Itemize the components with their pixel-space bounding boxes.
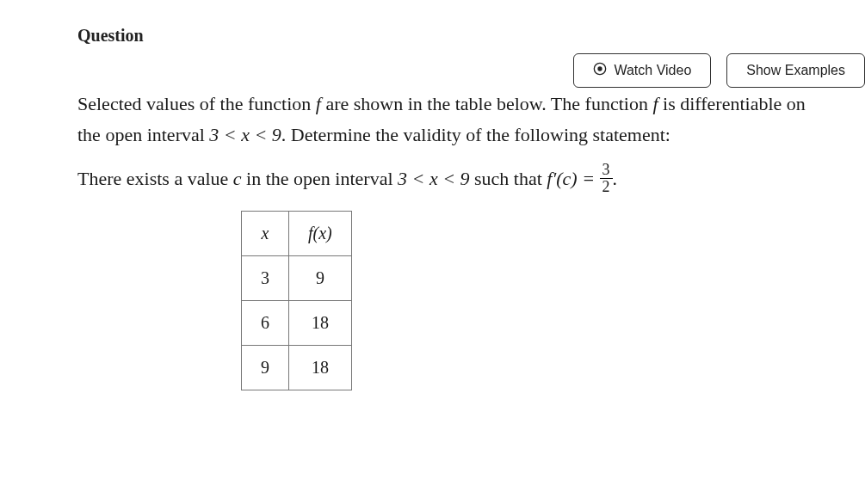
problem-paragraph-1: Selected values of the function f are sh…: [77, 89, 822, 151]
header-row: Question: [77, 26, 822, 46]
svg-point-1: [598, 67, 602, 71]
table-header-x: x: [242, 211, 289, 255]
text-segment: in the open interval: [242, 168, 398, 189]
table-cell-fx: 9: [289, 255, 352, 300]
table-cell-fx: 18: [289, 345, 352, 390]
question-label: Question: [77, 26, 144, 46]
table-cell-x: 9: [242, 345, 289, 390]
text-segment: such that: [470, 168, 547, 189]
math-interval: 3 < x < 9: [209, 124, 281, 145]
text-segment: .: [613, 168, 618, 189]
question-page: Question Watch Video Show Examples Selec…: [0, 0, 865, 504]
problem-text: Selected values of the function f are sh…: [77, 89, 822, 390]
text-segment: Selected values of the function: [77, 93, 316, 114]
function-values-table: x f(x) 3 9 6 18 9 18: [241, 211, 352, 390]
show-examples-button[interactable]: Show Examples: [726, 53, 865, 88]
table-row: 9 18: [242, 345, 352, 390]
table-cell-x: 6: [242, 300, 289, 345]
fraction-denominator: 2: [600, 179, 613, 195]
math-c: c: [233, 168, 242, 189]
text-segment: . Determine the validity of the followin…: [281, 124, 670, 145]
table-header-row: x f(x): [242, 211, 352, 255]
table-header-fx: f(x): [289, 211, 352, 255]
math-fraction: 32: [600, 162, 613, 195]
math-interval: 3 < x < 9: [398, 168, 469, 189]
watch-video-label: Watch Video: [614, 63, 691, 78]
text-segment: are shown in the table below. The functi…: [321, 93, 653, 114]
problem-paragraph-2: There exists a value c in the open inter…: [77, 163, 822, 197]
table-cell-x: 3: [242, 255, 289, 300]
math-fprime: f′(c) =: [547, 168, 599, 189]
play-icon: [593, 62, 607, 79]
table-cell-fx: 18: [289, 300, 352, 345]
show-examples-label: Show Examples: [746, 63, 845, 78]
button-row: Watch Video Show Examples: [573, 53, 865, 88]
fraction-numerator: 3: [600, 162, 613, 179]
watch-video-button[interactable]: Watch Video: [573, 53, 711, 88]
table-row: 3 9: [242, 255, 352, 300]
text-segment: There exists a value: [77, 168, 233, 189]
table-row: 6 18: [242, 300, 352, 345]
